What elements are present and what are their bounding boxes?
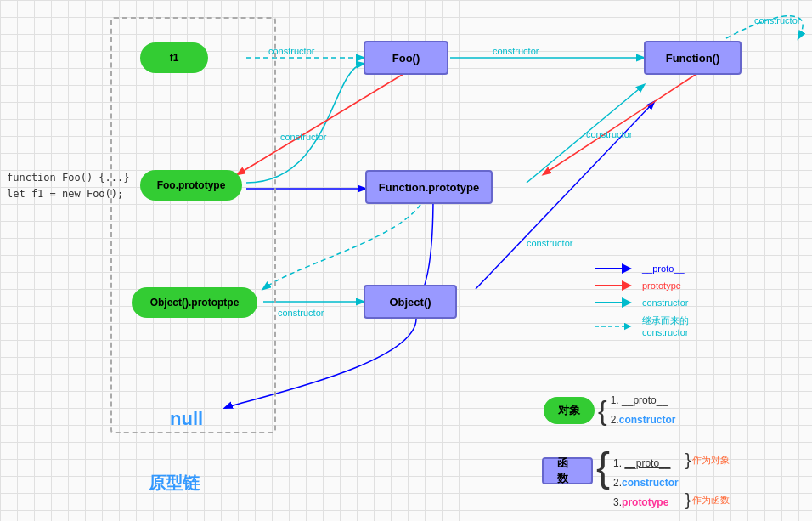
legend-constructor-line bbox=[595, 297, 637, 308]
legend-inherited-line bbox=[595, 321, 637, 331]
label-fooprototype-foo: constructor bbox=[280, 132, 326, 142]
node-foo-prototype: Foo.prototype bbox=[140, 170, 242, 201]
legend-prototype: prototype bbox=[595, 280, 689, 291]
node-f1: f1 bbox=[140, 42, 208, 73]
legend: __proto__ prototype bbox=[595, 263, 689, 346]
label-functionprototype-object: constructor bbox=[527, 238, 572, 248]
side-label-duixiang: } 作为对象 bbox=[685, 450, 730, 470]
side-labels: } 作为对象 } 作为函数 bbox=[685, 450, 730, 510]
node-function-prototype: Function.prototype bbox=[365, 170, 493, 204]
label-foo-function: constructor bbox=[493, 46, 539, 56]
label-objectproto-object: constructor bbox=[278, 308, 324, 318]
legend-proto: __proto__ bbox=[595, 263, 689, 274]
function-info-container: 函数 { 1. __proto__ 2.constructor 3.protot… bbox=[542, 450, 730, 512]
code-block: function Foo() {...} let f1 = new Foo(); bbox=[7, 170, 130, 202]
label-f1-foo: constructor bbox=[268, 46, 314, 56]
node-hanshu: 函数 bbox=[542, 457, 593, 484]
node-function: Function() bbox=[644, 41, 742, 75]
protochain-label: 原型链 bbox=[149, 472, 200, 495]
side-label-hanshu: } 作为函数 bbox=[685, 490, 730, 510]
legend-proto-line bbox=[595, 263, 637, 274]
brace-function: { bbox=[596, 447, 610, 488]
brace-object: { bbox=[598, 397, 607, 424]
canvas: f1 Foo() Function() Foo.prototype Functi… bbox=[0, 0, 812, 521]
svg-line-6 bbox=[544, 74, 696, 174]
legend-inherited-constructor: 继承而来的constructor bbox=[595, 314, 689, 339]
object-info-container: 对象 { 1. __proto__ 2.constructor bbox=[544, 391, 675, 430]
label-function-self: constructor bbox=[754, 15, 800, 25]
node-duixiang: 对象 bbox=[544, 397, 595, 424]
node-object-proto: Object().protoptpe bbox=[132, 287, 257, 318]
node-foo: Foo() bbox=[364, 41, 448, 75]
legend-constructor: constructor bbox=[595, 297, 689, 308]
function-items: 1. __proto__ 2.constructor 3.prototype bbox=[613, 454, 679, 512]
legend-prototype-line bbox=[595, 280, 637, 291]
object-items: 1. __proto__ 2.constructor bbox=[611, 391, 676, 430]
node-object: Object() bbox=[364, 285, 457, 319]
dashed-outline-rect bbox=[110, 17, 276, 433]
null-label: null bbox=[170, 408, 203, 430]
label-functionprototype-function: constructor bbox=[586, 129, 632, 139]
